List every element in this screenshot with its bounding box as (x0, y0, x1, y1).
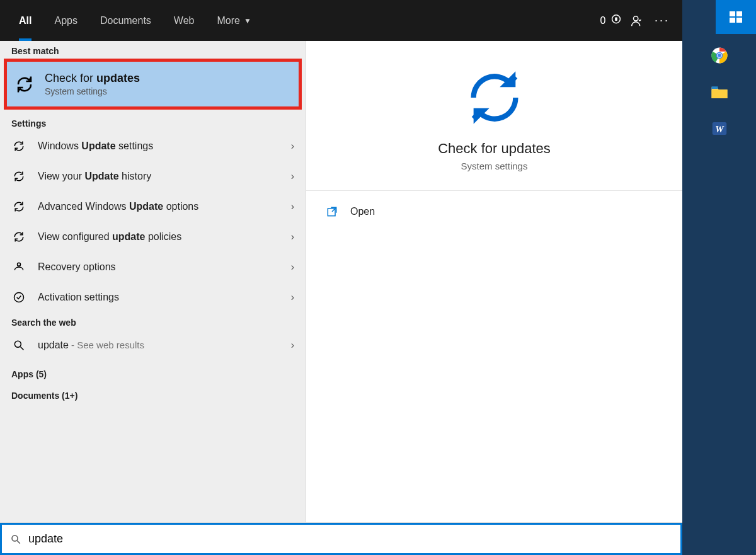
best-match-subtitle: System settings (45, 86, 140, 96)
refresh-icon (463, 66, 526, 129)
result-label: Recovery options (38, 261, 291, 273)
tab-apps-label: Apps (54, 15, 77, 26)
best-match-result[interactable]: Check for updates System settings (4, 59, 302, 110)
detail-hero: Check for updates System settings (306, 41, 682, 191)
tab-apps[interactable]: Apps (43, 0, 88, 41)
start-button[interactable] (716, 0, 756, 34)
result-advanced-update-options[interactable]: Advanced Windows Update options › (0, 192, 306, 222)
windows-search-panel: All Apps Documents Web More▼ 0 ··· Best … (0, 0, 682, 555)
word-icon: W (710, 119, 729, 138)
person-icon (630, 14, 644, 28)
section-settings: Settings (0, 113, 306, 131)
tab-web-label: Web (174, 15, 195, 26)
svg-point-5 (14, 341, 21, 347)
svg-rect-21 (711, 86, 718, 89)
search-main: Best match Check for updates System sett… (0, 41, 682, 522)
result-windows-update-settings[interactable]: Windows Update settings › (0, 131, 306, 161)
open-action[interactable]: Open (306, 191, 682, 232)
chevron-right-icon: › (291, 292, 294, 303)
tab-documents-label: Documents (100, 15, 151, 26)
word-app[interactable]: W (708, 117, 731, 140)
section-best-match: Best match (0, 41, 306, 59)
svg-rect-20 (711, 89, 727, 98)
svg-point-2 (634, 16, 638, 20)
chevron-down-icon: ▼ (244, 16, 251, 25)
tab-web[interactable]: Web (163, 0, 206, 41)
reward-count: 0 (600, 15, 606, 26)
results-column: Best match Check for updates System sett… (0, 41, 306, 522)
svg-line-6 (21, 347, 24, 350)
tab-more-label: More (217, 15, 239, 26)
chevron-right-icon: › (291, 231, 294, 243)
svg-rect-11 (730, 11, 735, 16)
svg-rect-1 (616, 17, 618, 21)
result-configured-update-policies[interactable]: View configured update policies › (0, 222, 306, 252)
file-explorer-app[interactable] (708, 81, 731, 103)
chevron-right-icon: › (291, 201, 294, 212)
svg-text:W: W (715, 124, 724, 134)
search-input[interactable] (28, 532, 673, 546)
search-icon (9, 533, 22, 546)
recovery-icon (11, 260, 26, 275)
refresh-icon (11, 199, 26, 214)
svg-rect-12 (736, 11, 742, 16)
search-box[interactable] (0, 523, 682, 555)
detail-title: Check for updates (438, 140, 551, 157)
result-label: update - See web results (38, 340, 291, 351)
refresh-icon (14, 74, 35, 94)
svg-point-3 (18, 263, 21, 266)
svg-rect-14 (736, 18, 742, 23)
chevron-right-icon: › (291, 261, 294, 273)
account-button[interactable] (624, 8, 650, 33)
result-activation-settings[interactable]: Activation settings › (0, 282, 306, 312)
result-label: View configured update policies (38, 231, 291, 243)
tab-all[interactable]: All (8, 0, 43, 41)
svg-point-9 (12, 535, 18, 541)
result-recovery-options[interactable]: Recovery options › (0, 252, 306, 282)
result-label: Activation settings (38, 292, 291, 303)
refresh-icon (11, 139, 26, 154)
check-circle-icon (11, 290, 26, 305)
windows-logo-icon (728, 9, 743, 25)
search-tabs: All Apps Documents Web More▼ 0 ··· (0, 0, 682, 41)
more-options-button[interactable]: ··· (650, 8, 675, 33)
ellipsis-icon: ··· (655, 14, 670, 27)
section-search-web: Search the web (0, 312, 306, 330)
tab-all-label: All (19, 15, 32, 26)
chrome-icon (710, 46, 729, 65)
chevron-right-icon: › (291, 340, 294, 351)
open-icon (325, 205, 339, 219)
settings-results: Windows Update settings › View your Upda… (0, 131, 306, 312)
refresh-icon (11, 169, 26, 184)
best-match-title: Check for updates (45, 72, 140, 85)
chevron-right-icon: › (291, 140, 294, 152)
open-label: Open (350, 206, 375, 217)
folder-icon (710, 84, 729, 100)
detail-column: Check for updates System settings Open (306, 41, 682, 522)
search-box-container (0, 522, 682, 555)
svg-line-10 (17, 541, 20, 544)
svg-point-4 (14, 293, 24, 302)
result-label: Advanced Windows Update options (38, 201, 291, 212)
result-update-history[interactable]: View your Update history › (0, 161, 306, 192)
result-label: View your Update history (38, 171, 291, 182)
tab-more[interactable]: More▼ (205, 0, 262, 41)
refresh-icon (11, 229, 26, 244)
result-web-search[interactable]: update - See web results › (0, 330, 306, 360)
svg-point-19 (718, 54, 721, 57)
svg-rect-13 (730, 18, 735, 23)
search-icon (11, 338, 26, 353)
taskbar-pinned-apps: W (708, 44, 731, 140)
chevron-right-icon: › (291, 171, 294, 182)
trophy-icon (609, 14, 623, 28)
rewards-button[interactable]: 0 (599, 8, 624, 33)
result-label: Windows Update settings (38, 140, 291, 152)
tab-documents[interactable]: Documents (89, 0, 163, 41)
detail-subtitle: System settings (461, 161, 528, 171)
section-documents-group[interactable]: Documents (1+) (0, 382, 306, 403)
section-apps-group[interactable]: Apps (5) (0, 360, 306, 382)
desktop-taskbar-strip: W (682, 0, 756, 555)
chrome-app[interactable] (708, 44, 731, 67)
